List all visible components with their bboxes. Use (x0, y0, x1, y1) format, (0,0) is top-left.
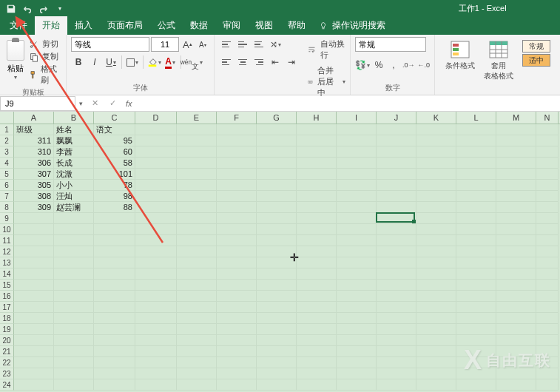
cell[interactable] (456, 368, 496, 379)
row-header[interactable]: 5 (0, 169, 14, 180)
cell[interactable] (257, 213, 297, 224)
col-header-A[interactable]: A (14, 112, 54, 124)
cell[interactable] (135, 158, 177, 169)
cell[interactable] (257, 368, 297, 379)
formula-input[interactable] (137, 96, 560, 111)
cell[interactable] (536, 191, 559, 202)
cell[interactable] (377, 268, 416, 280)
cell[interactable] (94, 313, 135, 324)
tab-file[interactable]: 文件 (2, 16, 35, 35)
cell[interactable] (536, 202, 559, 213)
align-top-button[interactable] (219, 38, 234, 51)
row-header[interactable]: 1 (0, 124, 14, 135)
cell[interactable] (257, 280, 297, 291)
cell[interactable] (54, 324, 94, 335)
cell[interactable] (257, 357, 297, 368)
cell[interactable] (297, 224, 337, 235)
tab-view[interactable]: 视图 (248, 16, 280, 35)
cell[interactable] (94, 268, 135, 280)
cell[interactable] (456, 235, 496, 246)
cell[interactable] (297, 146, 337, 158)
cell[interactable] (536, 135, 559, 146)
cell[interactable] (377, 146, 416, 158)
cell[interactable] (177, 124, 217, 135)
cell[interactable] (177, 379, 217, 391)
underline-button[interactable]: U▾ (104, 55, 118, 70)
redo-icon[interactable] (38, 4, 49, 14)
cell[interactable] (496, 180, 536, 191)
cell[interactable] (496, 169, 536, 180)
cell[interactable] (496, 324, 536, 335)
cell[interactable] (135, 224, 177, 235)
cell[interactable]: 305 (14, 180, 54, 191)
cell[interactable] (257, 202, 297, 213)
cell[interactable] (135, 291, 177, 302)
cell[interactable] (337, 180, 377, 191)
cell[interactable] (536, 268, 559, 280)
cell[interactable] (177, 335, 217, 346)
cell[interactable] (217, 202, 257, 213)
name-box-dropdown-icon[interactable]: ▾ (75, 100, 86, 107)
fx-icon[interactable]: fx (121, 99, 137, 108)
cell[interactable] (377, 224, 416, 235)
cell[interactable] (456, 346, 496, 357)
cell[interactable] (257, 135, 297, 146)
cell[interactable] (257, 335, 297, 346)
cell[interactable] (297, 324, 337, 335)
cell[interactable] (416, 335, 456, 346)
cell[interactable] (14, 368, 54, 379)
cell[interactable] (135, 180, 177, 191)
decrease-font-icon[interactable]: A▾ (196, 37, 210, 52)
wrap-text-button[interactable]: 自动换行 (308, 38, 345, 61)
row-header[interactable]: 22 (0, 357, 14, 368)
cell[interactable] (416, 379, 456, 391)
cell[interactable] (135, 146, 177, 158)
cell[interactable] (14, 224, 54, 235)
cell[interactable] (536, 158, 559, 169)
cell[interactable] (217, 357, 257, 368)
row-header[interactable]: 6 (0, 180, 14, 191)
cell[interactable]: 306 (14, 158, 54, 169)
row-header[interactable]: 14 (0, 268, 14, 280)
cell[interactable] (54, 379, 94, 391)
cell[interactable] (377, 135, 416, 146)
cell[interactable] (536, 368, 559, 379)
cell[interactable] (416, 357, 456, 368)
cell[interactable] (217, 346, 257, 357)
name-box[interactable]: J9 (0, 96, 75, 111)
cell[interactable] (337, 135, 377, 146)
cell[interactable] (177, 191, 217, 202)
cell[interactable] (54, 313, 94, 324)
cell[interactable] (297, 335, 337, 346)
cell[interactable] (14, 246, 54, 257)
cell[interactable] (54, 246, 94, 257)
cell[interactable] (54, 346, 94, 357)
row-header[interactable]: 16 (0, 291, 14, 302)
cell[interactable] (337, 357, 377, 368)
cell[interactable] (416, 135, 456, 146)
cell[interactable]: 李茜 (54, 146, 94, 158)
cell[interactable] (14, 335, 54, 346)
col-header-I[interactable]: I (337, 112, 377, 124)
copy-button[interactable]: 复制 (29, 51, 61, 62)
row-header[interactable]: 10 (0, 224, 14, 235)
cell[interactable] (14, 313, 54, 324)
cell[interactable] (416, 146, 456, 158)
undo-icon[interactable] (22, 4, 33, 14)
cell[interactable] (456, 324, 496, 335)
cell[interactable] (177, 202, 217, 213)
cell[interactable]: 汪灿 (54, 191, 94, 202)
cell[interactable] (257, 291, 297, 302)
cell[interactable] (377, 213, 416, 224)
cell-style-normal[interactable]: 常规 (522, 40, 550, 53)
col-header-H[interactable]: H (297, 112, 337, 124)
cell[interactable] (536, 324, 559, 335)
cell[interactable] (377, 291, 416, 302)
font-color-button[interactable]: A▾ (163, 55, 178, 70)
cell[interactable] (135, 202, 177, 213)
cell[interactable] (257, 191, 297, 202)
cell[interactable] (377, 158, 416, 169)
cell[interactable] (456, 124, 496, 135)
orientation-button[interactable]: ⤭▾ (268, 37, 283, 52)
bold-button[interactable]: B (71, 55, 86, 70)
